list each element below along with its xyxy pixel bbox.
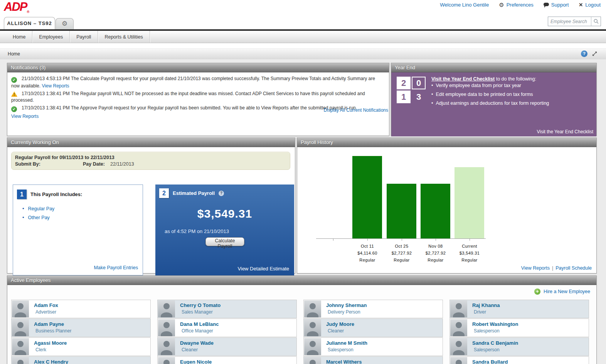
nav-item-reports-utilities[interactable]: Reports & Utilities <box>98 31 150 43</box>
payroll-history-panel: Payroll History Oct 11$4,114.60RegularOc… <box>297 138 597 273</box>
bar-category: Current <box>446 243 493 250</box>
bar-series: Regular <box>446 257 493 263</box>
employee-photo <box>158 319 175 336</box>
year-end-checklist-footer-link[interactable]: Visit the Year End Checklist <box>537 129 593 134</box>
axis-tick <box>367 239 368 241</box>
calculate-payroll-button[interactable]: Calculate Payroll <box>205 237 244 246</box>
tab-settings[interactable]: ⚙ <box>56 18 74 30</box>
chart-bar-oct-25[interactable] <box>387 184 416 238</box>
employee-card[interactable]: Marcel WithersDriver <box>303 356 443 364</box>
employee-photo <box>450 357 467 364</box>
help-icon[interactable]: ? <box>581 50 587 57</box>
pay-date-value: 22/11/2013 <box>110 161 134 167</box>
nav-item-payroll[interactable]: Payroll <box>70 31 98 43</box>
logout-item[interactable]: ✕Logout <box>579 2 601 8</box>
chart-x-axis <box>316 238 486 239</box>
tab-company[interactable]: ALLISON – TS92 <box>4 17 55 30</box>
year-end-bullet-text: Edit employee data to be printed on tax … <box>436 92 533 97</box>
employee-name-link[interactable]: Sandra C Benjamin <box>472 340 518 346</box>
welcome-user-link[interactable]: Welcome Lino Gentile <box>440 2 489 8</box>
employee-card[interactable]: Robert WashingtonSalesperson <box>449 319 589 337</box>
employee-name-link[interactable]: Robert Washington <box>472 321 518 327</box>
employee-name-link[interactable]: Adam Fox <box>34 302 58 308</box>
view-reports-link[interactable]: View Reports <box>521 265 550 271</box>
employee-card[interactable]: Alex C HendryFloral Designer <box>11 356 151 364</box>
chart-bar-current[interactable] <box>454 167 484 238</box>
hire-new-employee-link[interactable]: Hire a New Employee <box>544 289 590 294</box>
employee-card[interactable]: Sandra BullardAsst Manager <box>449 356 589 364</box>
employee-card[interactable]: Dana M LeBlancOffice Manager <box>157 319 297 337</box>
employee-info: Agassi MooreClerk <box>29 338 67 356</box>
employee-card[interactable]: Adam FoxAdvertiser <box>11 300 151 318</box>
view-reports-link[interactable]: View Reports <box>11 114 39 119</box>
employee-card[interactable]: Cherry O TomatoSales Manager <box>157 300 297 318</box>
link-separator: | <box>552 265 553 271</box>
employee-name-link[interactable]: Alex C Hendry <box>34 359 68 364</box>
employee-info: Dana M LeBlancOffice Manager <box>175 319 219 337</box>
employee-name-link[interactable]: Marcel Withers <box>326 359 362 364</box>
preferences-link[interactable]: Preferences <box>507 2 534 8</box>
employee-name-link[interactable]: Raj Khanna <box>472 302 500 308</box>
employee-card[interactable]: Raj KhannaDriver <box>449 300 589 318</box>
employee-name-link[interactable]: Judy Moore <box>326 321 354 327</box>
hire-new-employee[interactable]: + Hire a New Employee <box>534 289 590 295</box>
payroll-banner-title: Regular Payroll for 09/11/2013 to 22/11/… <box>15 155 290 160</box>
employee-card[interactable]: Eugen NicoleSalesperson <box>157 356 297 364</box>
notifications-panel: Notifications (3) ✓21/10/2013 4:53:13 PM… <box>7 63 389 136</box>
chart-bar-oct-11[interactable] <box>352 156 382 238</box>
employee-card[interactable]: Julianne M SmithSalesperson <box>303 337 443 356</box>
user-links: Welcome Lino Gentile ⚙Preferences Suppor… <box>440 2 601 8</box>
year-digit: 2 <box>397 77 411 89</box>
view-detailed-estimate-link[interactable]: View Detailed Estimate <box>238 266 289 272</box>
employee-name-link[interactable]: Agassi Moore <box>34 340 67 346</box>
preferences-item[interactable]: ⚙Preferences <box>499 2 534 8</box>
nav-item-home[interactable]: Home <box>6 31 32 43</box>
employee-info: Judy MooreCleaner <box>322 319 354 337</box>
breadcrumb-bar: Home ? <box>0 48 606 60</box>
employee-card[interactable]: Judy MooreCleaner <box>303 319 443 337</box>
help-icon[interactable]: ? <box>219 191 224 196</box>
year-end-bullet: •Adjust earnings and deductions for tax … <box>431 101 593 106</box>
payroll-include-link[interactable]: Other Pay <box>28 215 50 220</box>
employee-name-link[interactable]: Julianne M Smith <box>326 340 367 346</box>
view-reports-link[interactable]: View Reports <box>42 83 69 89</box>
support-item[interactable]: Support <box>544 2 569 8</box>
employee-photo <box>12 300 29 317</box>
employee-name-link[interactable]: Adam Payne <box>34 321 71 327</box>
search-input[interactable] <box>548 17 591 26</box>
employee-name-link[interactable]: Dana M LeBlanc <box>180 321 219 327</box>
chart-bar-nov-08[interactable] <box>421 184 450 238</box>
step-1-badge: 1 <box>17 190 27 199</box>
employee-card[interactable]: Dwayne WadeCleaner <box>157 337 297 356</box>
search-icon[interactable] <box>591 17 601 26</box>
top-bar: ADP® Welcome Lino Gentile ⚙Preferences S… <box>0 0 606 16</box>
display-all-notifications-link[interactable]: Display All Current Notifications <box>324 107 388 114</box>
employee-card[interactable]: Adam PayneBusiness Planner <box>11 319 151 337</box>
payroll-include-link[interactable]: Regular Pay <box>28 206 55 211</box>
make-payroll-entries-link[interactable]: Make Payroll Entries <box>94 265 138 270</box>
employee-name-link[interactable]: Cherry O Tomato <box>180 302 221 308</box>
payroll-banner: Regular Payroll for 09/11/2013 to 22/11/… <box>11 152 290 170</box>
employee-photo <box>304 319 321 336</box>
payroll-schedule-link[interactable]: Payroll Schedule <box>556 265 592 271</box>
employee-column: Adam FoxAdvertiserAdam PayneBusiness Pla… <box>11 300 151 364</box>
employee-name-link[interactable]: Eugen Nicole <box>180 359 212 364</box>
employee-title: Salesperson <box>474 328 518 334</box>
employee-title: Salesperson <box>474 347 518 352</box>
employee-info: Alex C HendryFloral Designer <box>29 357 68 364</box>
logout-link[interactable]: Logout <box>585 2 601 8</box>
employee-title: Delivery Person <box>328 309 367 315</box>
year-end-checklist-link[interactable]: Visit the Year End Checklist <box>431 76 495 82</box>
employee-card[interactable]: Sandra C BenjaminSalesperson <box>449 337 589 356</box>
employee-name-link[interactable]: Sandra Bullard <box>472 359 508 364</box>
employee-title: Business Planner <box>35 328 71 334</box>
employee-card[interactable]: Agassi MooreClerk <box>11 337 151 356</box>
support-link[interactable]: Support <box>551 2 569 8</box>
expand-icon[interactable] <box>592 51 598 57</box>
employee-name-link[interactable]: Johnny Sherman <box>326 302 367 308</box>
close-icon: ✕ <box>579 2 583 8</box>
payroll-history-chart: Oct 11$4,114.60RegularOct 25$2,727.92Reg… <box>297 147 596 274</box>
nav-item-employees[interactable]: Employees <box>32 31 70 43</box>
employee-card[interactable]: Johnny ShermanDelivery Person <box>303 300 443 318</box>
employee-name-link[interactable]: Dwayne Wade <box>180 340 214 346</box>
